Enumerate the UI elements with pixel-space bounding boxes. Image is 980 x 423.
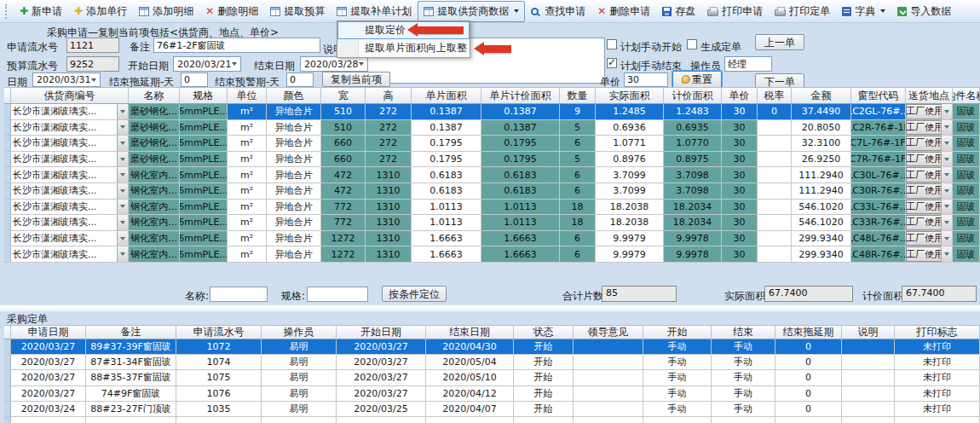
grid-cell[interactable]: 0.1795 [412,136,481,152]
grid-cell[interactable]: LC2R-76#-1F [851,120,906,136]
grid-cell[interactable]: 6mmPLE... [180,231,228,247]
grid-cell[interactable]: 660 [321,136,366,152]
grid-cell[interactable]: 未打印 [895,386,980,402]
grid-cell[interactable]: 5 [560,152,596,168]
grid-cell[interactable]: 开始 [514,355,574,370]
supplier-combo-cell[interactable]: 长沙市潇湘玻璃实... [11,183,129,200]
grid-cell[interactable]: 6mmPLE... [180,246,228,263]
grid-cell[interactable]: 异地合片 [267,231,321,247]
toolbar-add-row-button[interactable]: ✚添加单行 [68,1,133,22]
grid-cell[interactable]: 0 [775,402,842,417]
supplier-combo-cell[interactable]: 长沙市潇湘玻璃实... [11,136,129,152]
delivery-dropdown-cell[interactable]: 工厂使用 [906,200,953,216]
column-header[interactable]: 供货商编号 [11,87,129,104]
grid-cell[interactable]: 开始 [514,402,574,417]
grid-cell[interactable]: 6mmPLE... [180,215,228,231]
grid-cell[interactable]: 299.9340 [792,231,851,247]
grid-cell[interactable] [758,215,792,231]
column-header[interactable]: 送货地点 [906,87,953,104]
grid-cell[interactable]: 易明 [262,402,337,417]
column-header[interactable]: 打印标志 [895,325,980,339]
column-header[interactable]: 操作员 [262,325,337,339]
grid-cell[interactable]: 0 [775,370,842,385]
grid-cell[interactable] [758,120,792,136]
grid-cell[interactable]: 6mmPLE... [180,200,228,216]
previous-order-button[interactable]: 上一单 [755,34,804,50]
grid-cell[interactable]: 2020/03/27 [11,339,86,355]
grid-cell[interactable]: 2020/05/10 [426,370,514,385]
toolbar-extract-budget-button[interactable]: 提取预算 [264,1,331,22]
column-header[interactable]: 数量 [560,87,596,104]
detail-table-row[interactable]: 长沙市潇湘玻璃实...钢化室内...6mmPLE...m²异地合片7721310… [4,200,980,216]
supplier-combo-cell[interactable]: 长沙市潇湘玻璃实... [11,120,129,136]
supplier-combo-cell[interactable]: 长沙市潇湘玻璃实... [11,200,129,216]
row-selector[interactable] [4,246,11,263]
order-table-row[interactable]: 2020/03/2787#31-34F窗固玻1074易明2020/03/2720… [4,355,980,370]
grid-cell[interactable]: 开始 [514,386,574,402]
grid-cell[interactable]: 1272 [321,231,366,247]
column-header[interactable]: 开始 [643,325,712,339]
column-header[interactable]: 构件名称 [953,87,980,104]
order-table-row[interactable]: 2020/03/2788#35-37F窗固玻1075易明2020/03/2720… [4,370,980,385]
grid-cell[interactable]: 510 [321,104,366,120]
column-header[interactable]: 单位 [228,87,267,104]
grid-cell[interactable]: 1072 [176,339,262,355]
grid-cell[interactable]: 1.0113 [481,200,560,216]
menu-item-extract-piece-area-roundup[interactable]: 提取单片面积向上取整 [337,39,470,57]
grid-cell[interactable]: 1272 [321,246,366,263]
grid-cell[interactable]: m² [228,104,267,120]
grid-cell[interactable]: 88#35-37F窗固玻 [86,370,176,385]
grid-cell[interactable]: 固玻 [953,183,980,200]
grid-cell[interactable]: 2020/03/24 [11,402,86,417]
warn-input[interactable] [286,72,314,87]
column-header[interactable]: 申请流水号 [176,325,262,339]
grid-cell[interactable]: 546.1020 [792,215,851,231]
grid-cell[interactable]: 299.9340 [792,246,851,263]
grid-cell[interactable]: 87#31-34F窗固玻 [86,355,176,370]
grid-cell[interactable]: 2020/03/27 [337,370,426,385]
grid-cell[interactable] [842,355,895,370]
grid-cell[interactable]: 472 [321,167,366,183]
serial-input[interactable] [66,38,119,53]
grid-cell[interactable]: 0.8976 [596,152,664,168]
grid-cell[interactable]: 0.1387 [481,120,560,136]
grid-cell[interactable]: 111.2940 [792,167,851,183]
plan-manual-start-checkbox[interactable] [607,39,617,49]
grid-cell[interactable]: m² [228,167,267,183]
grid-cell[interactable]: 0.1387 [412,120,481,136]
grid-cell[interactable]: 3.7099 [596,167,664,183]
grid-cell[interactable] [574,386,643,402]
order-table-row[interactable]: 2020/03/2774#9F窗固玻1076易明2020/03/272020/0… [4,386,980,402]
column-header[interactable]: 申请日期 [11,325,86,339]
grid-cell[interactable]: 0 [758,104,792,120]
date-select[interactable]: 2020/03/31 [32,72,101,87]
grid-cell[interactable]: 固玻 [953,167,980,183]
detail-table-row[interactable]: 长沙市潇湘玻璃实...钢化室内...6mmPLE...m²异地合片7721310… [4,215,980,231]
grid-cell[interactable]: 3.7098 [664,167,722,183]
detail-table-row[interactable]: 长沙市潇湘玻璃实...磨砂钢化...6mmPLE...m²异地合片5102720… [4,104,980,120]
grid-cell[interactable]: 1076 [176,386,262,402]
delivery-dropdown-cell[interactable]: 工厂使用 [906,183,953,200]
plan-manual-end-checkbox[interactable] [607,58,617,68]
grid-cell[interactable]: 32.3100 [792,136,851,152]
grid-cell[interactable]: 0 [775,386,842,402]
grid-cell[interactable]: 手动 [712,402,775,417]
grid-cell[interactable]: 18.2034 [664,200,722,216]
delay-input[interactable] [181,72,208,87]
grid-cell[interactable]: 2020/03/27 [337,339,426,355]
grid-cell[interactable]: LC48L-76#... [851,231,906,247]
grid-cell[interactable]: 异地合片 [267,167,321,183]
row-selector[interactable] [4,339,11,355]
grid-cell[interactable] [842,339,895,355]
grid-cell[interactable]: 2020/03/27 [11,355,86,370]
grid-cell[interactable]: m² [228,246,267,263]
grid-cell[interactable]: 1.0113 [481,215,560,231]
detail-table-row[interactable]: 长沙市潇湘玻璃实...磨砂钢化...6mmPLE...m²异地合片5102720… [4,120,980,136]
detail-table-row[interactable]: 长沙市潇湘玻璃实...磨砂钢化...6mmPLE...m²异地合片6602720… [4,136,980,152]
grid-cell[interactable]: 易明 [262,339,337,355]
toolbar-import-data-button[interactable]: 导入数据 [891,1,957,22]
grid-cell[interactable]: 2020/04/12 [426,386,514,402]
grid-cell[interactable]: m² [228,200,267,216]
locate-by-condition-button[interactable]: 按条件定位 [382,286,447,302]
grid-cell[interactable]: 272 [366,152,412,168]
